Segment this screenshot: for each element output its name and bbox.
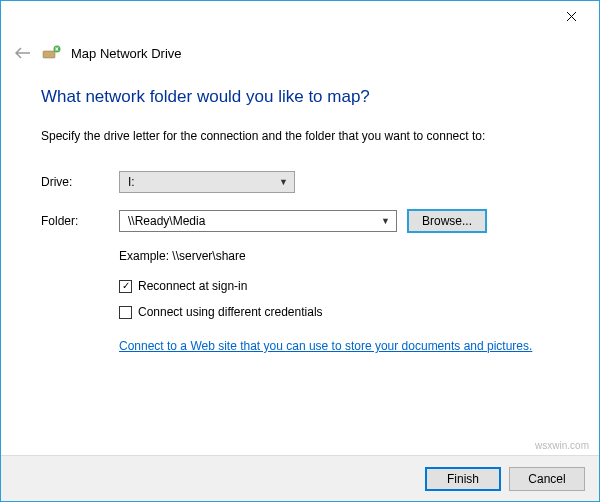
folder-combobox[interactable]: \\Ready\Media ▼	[119, 210, 397, 232]
folder-row: Folder: \\Ready\Media ▼ Browse...	[41, 209, 559, 233]
back-button[interactable]	[15, 45, 31, 61]
credentials-label: Connect using different credentials	[138, 305, 323, 319]
drive-select[interactable]: I: ▼	[119, 171, 295, 193]
drive-row: Drive: I: ▼	[41, 171, 559, 193]
content-area: What network folder would you like to ma…	[1, 63, 599, 353]
svg-rect-0	[43, 51, 55, 58]
folder-value: \\Ready\Media	[128, 214, 205, 228]
window-title: Map Network Drive	[71, 46, 182, 61]
chevron-down-icon: ▼	[381, 216, 390, 226]
website-link[interactable]: Connect to a Web site that you can use t…	[119, 339, 532, 353]
drive-label: Drive:	[41, 175, 119, 189]
close-button[interactable]	[551, 5, 591, 29]
cancel-button[interactable]: Cancel	[509, 467, 585, 491]
page-subhead: Specify the drive letter for the connect…	[41, 129, 559, 143]
reconnect-checkbox[interactable]: ✓	[119, 280, 132, 293]
close-icon	[566, 11, 577, 22]
reconnect-label: Reconnect at sign-in	[138, 279, 247, 293]
network-drive-icon	[41, 43, 61, 63]
page-heading: What network folder would you like to ma…	[41, 87, 559, 107]
titlebar	[1, 1, 599, 37]
reconnect-row: ✓ Reconnect at sign-in	[119, 279, 559, 293]
example-text: Example: \\server\share	[119, 249, 559, 263]
chevron-down-icon: ▼	[279, 177, 288, 187]
credentials-row: Connect using different credentials	[119, 305, 559, 319]
finish-button[interactable]: Finish	[425, 467, 501, 491]
browse-button[interactable]: Browse...	[407, 209, 487, 233]
footer-bar: Finish Cancel	[1, 455, 599, 501]
folder-label: Folder:	[41, 214, 119, 228]
back-arrow-icon	[15, 47, 31, 59]
watermark: wsxwin.com	[535, 440, 589, 451]
drive-value: I:	[128, 175, 135, 189]
credentials-checkbox[interactable]	[119, 306, 132, 319]
header-row: Map Network Drive	[1, 37, 599, 63]
